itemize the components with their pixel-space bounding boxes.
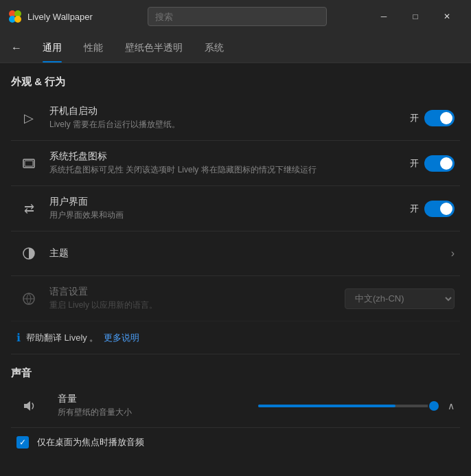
tab-wallpaper[interactable]: 壁纸色半透明 <box>115 36 192 60</box>
back-button[interactable]: ← <box>11 42 22 54</box>
ui-desc: 用户界面效果和动画 <box>49 209 410 221</box>
maximize-button[interactable]: □ <box>400 5 431 27</box>
systray-toggle[interactable] <box>424 155 455 172</box>
language-select[interactable]: 中文(zh-CN) <box>345 288 455 309</box>
language-desc: 重启 Lively 以应用新的语言。 <box>49 299 345 311</box>
systray-text: 系统托盘图标 系统托盘图标可见性 关闭该选项时 Lively 将在隐藏图标的情况… <box>49 150 410 176</box>
systray-row: 系统托盘图标 系统托盘图标可见性 关闭该选项时 Lively 将在隐藏图标的情况… <box>11 141 460 186</box>
volume-title: 音量 <box>58 393 244 405</box>
search-input[interactable] <box>155 12 319 22</box>
theme-chevron-icon: › <box>451 247 455 260</box>
volume-row: 音量 所有壁纸的音量大小 ∧ <box>11 384 460 428</box>
autostart-label: 开 <box>410 112 419 124</box>
volume-expand-icon[interactable]: ∧ <box>448 400 455 411</box>
ui-control: 开 <box>410 201 455 217</box>
ui-row: ⇄ 用户界面 用户界面效果和动画 开 <box>11 186 460 231</box>
svg-marker-8 <box>24 401 30 411</box>
appearance-section-header: 外观 & 行为 <box>11 63 460 95</box>
theme-text: 主题 <box>49 247 451 260</box>
autostart-desc: Lively 需要在后台运行以播放壁纸。 <box>49 119 410 131</box>
ui-icon: ⇄ <box>16 196 41 221</box>
volume-text: 音量 所有壁纸的音量大小 <box>58 393 244 418</box>
tab-performance[interactable]: 性能 <box>74 36 113 60</box>
title-bar-controls: ─ □ ✕ <box>368 5 463 27</box>
volume-slider-container <box>253 405 439 407</box>
info-row: ℹ 帮助翻译 Lively 。 更多说明 <box>11 321 460 354</box>
tab-system[interactable]: 系统 <box>195 36 233 60</box>
systray-title: 系统托盘图标 <box>49 150 410 163</box>
systray-desc: 系统托盘图标可见性 关闭该选项时 Lively 将在隐藏图标的情况下继续运行 <box>49 164 410 176</box>
systray-label: 开 <box>410 157 419 170</box>
theme-row[interactable]: 主题 › <box>11 231 460 276</box>
ui-toggle[interactable] <box>424 201 455 217</box>
volume-icon <box>16 394 41 418</box>
autostart-text: 开机自启动 Lively 需要在后台运行以播放壁纸。 <box>49 105 410 131</box>
ui-label: 开 <box>410 203 419 215</box>
systray-control: 开 <box>410 155 455 172</box>
autostart-icon: ▷ <box>16 106 41 131</box>
focus-sound-checkbox[interactable] <box>16 436 29 449</box>
ui-title: 用户界面 <box>49 196 410 208</box>
autostart-toggle[interactable] <box>424 110 455 126</box>
theme-title: 主题 <box>49 247 451 260</box>
app-title: Lively Wallpaper <box>27 12 93 22</box>
language-control: 中文(zh-CN) <box>345 288 455 309</box>
title-bar: Lively Wallpaper ─ □ ✕ <box>0 0 471 33</box>
svg-point-3 <box>14 16 21 23</box>
content-area: 外观 & 行为 ▷ 开机自启动 Lively 需要在后台运行以播放壁纸。 开 系… <box>0 63 471 476</box>
ui-text: 用户界面 用户界面效果和动画 <box>49 196 410 221</box>
language-title: 语言设置 <box>49 286 345 298</box>
volume-slider-track[interactable] <box>258 405 434 407</box>
language-text: 语言设置 重启 Lively 以应用新的语言。 <box>49 286 345 311</box>
focus-sound-row: 仅在桌面为焦点时播放音频 <box>11 428 460 457</box>
app-icon <box>8 10 22 23</box>
info-icon: ℹ <box>16 331 21 344</box>
minimize-button[interactable]: ─ <box>368 5 400 27</box>
systray-icon <box>16 151 41 176</box>
theme-icon <box>16 241 41 266</box>
sound-section-header: 声音 <box>11 354 460 384</box>
info-link[interactable]: 更多说明 <box>104 332 139 344</box>
nav-tabs: ← 通用 性能 壁纸色半透明 系统 <box>0 33 471 63</box>
search-box[interactable] <box>148 7 327 26</box>
focus-sound-label: 仅在桌面为焦点时播放音频 <box>37 436 144 449</box>
autostart-control: 开 <box>410 110 455 126</box>
volume-desc: 所有壁纸的音量大小 <box>58 407 244 418</box>
autostart-title: 开机自启动 <box>49 105 410 117</box>
language-icon <box>16 286 41 311</box>
tab-general[interactable]: 通用 <box>33 36 71 60</box>
autostart-row: ▷ 开机自启动 Lively 需要在后台运行以播放壁纸。 开 <box>11 95 460 141</box>
info-text: 帮助翻译 Lively 。 <box>26 332 98 344</box>
language-row: 语言设置 重启 Lively 以应用新的语言。 中文(zh-CN) <box>11 276 460 321</box>
volume-slider-fill <box>258 405 395 407</box>
theme-control: › <box>451 247 455 260</box>
title-bar-left: Lively Wallpaper <box>8 10 93 23</box>
close-button[interactable]: ✕ <box>431 5 463 27</box>
volume-slider-thumb[interactable] <box>429 401 439 411</box>
svg-rect-5 <box>25 161 33 166</box>
